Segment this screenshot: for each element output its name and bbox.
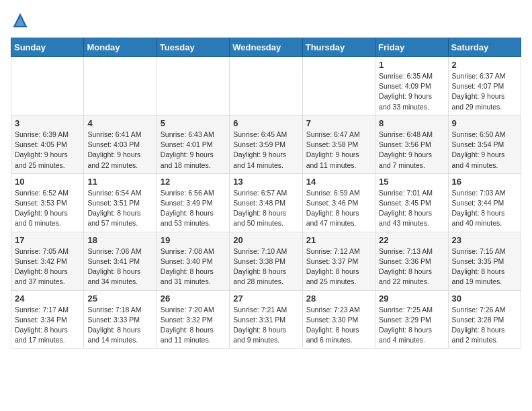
logo	[11, 11, 32, 30]
day-number: 26	[161, 293, 226, 304]
calendar-cell: 21Sunrise: 7:12 AM Sunset: 3:37 PM Dayli…	[302, 232, 375, 290]
day-number: 17	[15, 235, 80, 245]
day-info: Sunrise: 6:56 AM Sunset: 3:49 PM Dayligh…	[161, 188, 226, 229]
day-info: Sunrise: 7:08 AM Sunset: 3:40 PM Dayligh…	[161, 246, 226, 287]
day-info: Sunrise: 6:54 AM Sunset: 3:51 PM Dayligh…	[87, 188, 152, 229]
calendar-week-row: 1Sunrise: 6:35 AM Sunset: 4:09 PM Daylig…	[11, 57, 521, 116]
day-number: 30	[452, 293, 517, 304]
calendar-week-row: 24Sunrise: 7:17 AM Sunset: 3:34 PM Dayli…	[11, 290, 521, 349]
calendar-cell: 8Sunrise: 6:48 AM Sunset: 3:56 PM Daylig…	[375, 115, 448, 173]
day-info: Sunrise: 7:05 AM Sunset: 3:42 PM Dayligh…	[15, 246, 80, 287]
calendar-cell: 7Sunrise: 6:47 AM Sunset: 3:58 PM Daylig…	[302, 115, 375, 173]
day-info: Sunrise: 7:17 AM Sunset: 3:34 PM Dayligh…	[15, 305, 80, 346]
day-info: Sunrise: 7:20 AM Sunset: 3:32 PM Dayligh…	[161, 305, 226, 346]
calendar-cell: 17Sunrise: 7:05 AM Sunset: 3:42 PM Dayli…	[11, 232, 84, 290]
day-info: Sunrise: 7:12 AM Sunset: 3:37 PM Dayligh…	[306, 246, 371, 287]
calendar-cell: 27Sunrise: 7:21 AM Sunset: 3:31 PM Dayli…	[230, 290, 302, 349]
day-info: Sunrise: 6:57 AM Sunset: 3:48 PM Dayligh…	[233, 188, 298, 229]
calendar-cell: 3Sunrise: 6:39 AM Sunset: 4:05 PM Daylig…	[11, 115, 84, 173]
day-number: 15	[379, 177, 444, 187]
day-number: 21	[306, 235, 371, 245]
calendar-cell: 24Sunrise: 7:17 AM Sunset: 3:34 PM Dayli…	[11, 290, 84, 349]
day-info: Sunrise: 7:01 AM Sunset: 3:45 PM Dayligh…	[379, 188, 444, 229]
day-number: 16	[452, 177, 517, 187]
calendar-header-friday: Friday	[375, 38, 448, 57]
page-header	[11, 11, 521, 30]
day-info: Sunrise: 6:59 AM Sunset: 3:46 PM Dayligh…	[306, 188, 371, 229]
day-number: 23	[452, 235, 517, 245]
calendar-header-saturday: Saturday	[448, 38, 521, 57]
day-info: Sunrise: 6:41 AM Sunset: 4:03 PM Dayligh…	[87, 130, 152, 171]
calendar-header-sunday: Sunday	[11, 38, 84, 57]
day-number: 25	[87, 293, 152, 304]
day-info: Sunrise: 6:39 AM Sunset: 4:05 PM Dayligh…	[15, 130, 80, 171]
logo-icon	[11, 11, 30, 30]
day-number: 10	[15, 177, 80, 187]
calendar-header-tuesday: Tuesday	[157, 38, 229, 57]
calendar-cell: 19Sunrise: 7:08 AM Sunset: 3:40 PM Dayli…	[157, 232, 229, 290]
calendar-cell: 6Sunrise: 6:45 AM Sunset: 3:59 PM Daylig…	[230, 115, 302, 173]
day-number: 9	[452, 118, 517, 128]
calendar-cell	[157, 57, 229, 116]
calendar-cell: 11Sunrise: 6:54 AM Sunset: 3:51 PM Dayli…	[84, 173, 157, 232]
calendar-cell: 18Sunrise: 7:06 AM Sunset: 3:41 PM Dayli…	[84, 232, 157, 290]
calendar-cell: 4Sunrise: 6:41 AM Sunset: 4:03 PM Daylig…	[84, 115, 157, 173]
day-info: Sunrise: 7:13 AM Sunset: 3:36 PM Dayligh…	[379, 246, 444, 287]
day-number: 24	[15, 293, 80, 304]
calendar-cell: 22Sunrise: 7:13 AM Sunset: 3:36 PM Dayli…	[375, 232, 448, 290]
calendar-header-thursday: Thursday	[302, 38, 375, 57]
day-info: Sunrise: 7:21 AM Sunset: 3:31 PM Dayligh…	[233, 305, 298, 346]
day-number: 8	[379, 118, 444, 128]
calendar-cell: 25Sunrise: 7:18 AM Sunset: 3:33 PM Dayli…	[84, 290, 157, 349]
calendar-cell: 15Sunrise: 7:01 AM Sunset: 3:45 PM Dayli…	[375, 173, 448, 232]
calendar-cell	[84, 57, 157, 116]
calendar-cell: 20Sunrise: 7:10 AM Sunset: 3:38 PM Dayli…	[230, 232, 302, 290]
day-info: Sunrise: 7:06 AM Sunset: 3:41 PM Dayligh…	[87, 246, 152, 287]
calendar-cell: 1Sunrise: 6:35 AM Sunset: 4:09 PM Daylig…	[375, 57, 448, 116]
day-info: Sunrise: 7:23 AM Sunset: 3:30 PM Dayligh…	[306, 305, 371, 346]
day-number: 18	[87, 235, 152, 245]
calendar-header-wednesday: Wednesday	[230, 38, 302, 57]
day-info: Sunrise: 7:03 AM Sunset: 3:44 PM Dayligh…	[452, 188, 517, 229]
day-number: 6	[233, 118, 298, 128]
day-number: 7	[306, 118, 371, 128]
calendar-header-monday: Monday	[84, 38, 157, 57]
day-number: 11	[87, 177, 152, 187]
day-number: 29	[379, 293, 444, 304]
day-number: 3	[15, 118, 80, 128]
calendar-week-row: 10Sunrise: 6:52 AM Sunset: 3:53 PM Dayli…	[11, 173, 521, 232]
day-number: 2	[452, 60, 517, 70]
day-number: 14	[306, 177, 371, 187]
day-number: 1	[379, 60, 444, 70]
calendar-cell: 13Sunrise: 6:57 AM Sunset: 3:48 PM Dayli…	[230, 173, 302, 232]
calendar-cell	[230, 57, 302, 116]
day-info: Sunrise: 6:48 AM Sunset: 3:56 PM Dayligh…	[379, 130, 444, 171]
calendar-cell	[11, 57, 84, 116]
calendar-cell: 10Sunrise: 6:52 AM Sunset: 3:53 PM Dayli…	[11, 173, 84, 232]
day-info: Sunrise: 6:37 AM Sunset: 4:07 PM Dayligh…	[452, 71, 517, 112]
calendar-cell: 30Sunrise: 7:26 AM Sunset: 3:28 PM Dayli…	[448, 290, 521, 349]
day-info: Sunrise: 6:43 AM Sunset: 4:01 PM Dayligh…	[161, 130, 226, 171]
calendar-table: SundayMondayTuesdayWednesdayThursdayFrid…	[11, 38, 521, 349]
day-info: Sunrise: 7:18 AM Sunset: 3:33 PM Dayligh…	[87, 305, 152, 346]
calendar-cell: 23Sunrise: 7:15 AM Sunset: 3:35 PM Dayli…	[448, 232, 521, 290]
day-number: 27	[233, 293, 298, 304]
day-number: 22	[379, 235, 444, 245]
day-number: 20	[233, 235, 298, 245]
calendar-header-row: SundayMondayTuesdayWednesdayThursdayFrid…	[11, 38, 521, 57]
day-number: 28	[306, 293, 371, 304]
day-number: 5	[161, 118, 226, 128]
calendar-cell: 9Sunrise: 6:50 AM Sunset: 3:54 PM Daylig…	[448, 115, 521, 173]
day-number: 13	[233, 177, 298, 187]
calendar-week-row: 3Sunrise: 6:39 AM Sunset: 4:05 PM Daylig…	[11, 115, 521, 173]
day-info: Sunrise: 6:35 AM Sunset: 4:09 PM Dayligh…	[379, 71, 444, 112]
day-info: Sunrise: 7:15 AM Sunset: 3:35 PM Dayligh…	[452, 246, 517, 287]
day-info: Sunrise: 6:50 AM Sunset: 3:54 PM Dayligh…	[452, 130, 517, 171]
day-number: 19	[161, 235, 226, 245]
calendar-week-row: 17Sunrise: 7:05 AM Sunset: 3:42 PM Dayli…	[11, 232, 521, 290]
calendar-cell: 26Sunrise: 7:20 AM Sunset: 3:32 PM Dayli…	[157, 290, 229, 349]
calendar-cell: 2Sunrise: 6:37 AM Sunset: 4:07 PM Daylig…	[448, 57, 521, 116]
calendar-cell: 12Sunrise: 6:56 AM Sunset: 3:49 PM Dayli…	[157, 173, 229, 232]
day-number: 4	[87, 118, 152, 128]
day-info: Sunrise: 7:25 AM Sunset: 3:29 PM Dayligh…	[379, 305, 444, 346]
